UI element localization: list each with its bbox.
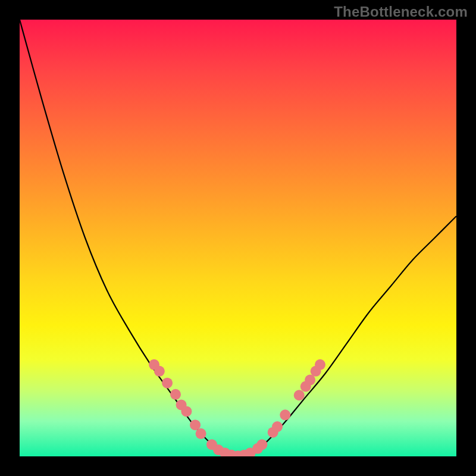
curve-marker bbox=[280, 409, 290, 420]
curve-marker bbox=[213, 444, 224, 455]
curve-marker bbox=[268, 427, 278, 438]
curve-marker bbox=[226, 450, 237, 456]
curve-marker bbox=[315, 359, 325, 370]
curve-marker bbox=[300, 381, 311, 392]
curve-marker bbox=[252, 443, 263, 454]
curve-marker bbox=[239, 450, 249, 456]
curve-marker bbox=[220, 447, 230, 456]
chart-stage: TheBottleneck.com bbox=[0, 0, 476, 476]
curve-marker bbox=[170, 389, 181, 400]
curve-marker bbox=[162, 378, 173, 389]
curve-marker bbox=[196, 428, 206, 439]
curve-marker bbox=[245, 447, 256, 456]
curve-marker bbox=[256, 439, 267, 450]
curve-marker bbox=[311, 366, 321, 377]
curve-marker bbox=[154, 366, 165, 377]
curve-marker bbox=[149, 359, 159, 370]
curve-marker bbox=[272, 421, 283, 432]
curve-marker bbox=[190, 419, 201, 430]
curve-marker bbox=[233, 450, 243, 456]
plot-area bbox=[20, 20, 456, 456]
curve-marker bbox=[176, 399, 187, 410]
curve-marker bbox=[181, 406, 192, 416]
watermark-text: TheBottleneck.com bbox=[334, 4, 468, 20]
bottleneck-curve-path bbox=[20, 20, 456, 456]
curve-marker bbox=[294, 390, 305, 400]
bottleneck-curve bbox=[20, 20, 456, 456]
curve-marker bbox=[305, 375, 315, 386]
marker-group bbox=[149, 359, 325, 456]
curve-marker bbox=[206, 439, 217, 450]
